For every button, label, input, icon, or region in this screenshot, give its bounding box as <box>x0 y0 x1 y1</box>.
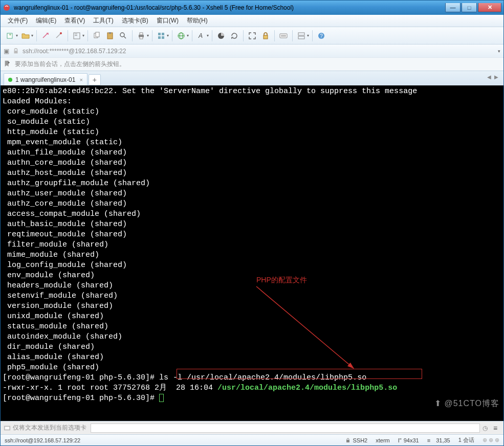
tab-prev-icon[interactable]: ◀ <box>487 74 491 80</box>
terminal-line: authz_user_module (shared) <box>3 189 501 199</box>
terminal-line: authn_core_module (shared) <box>3 158 501 168</box>
separator <box>172 30 172 41</box>
svg-rect-30 <box>298 36 304 39</box>
new-session-icon[interactable]: + <box>5 30 16 41</box>
separator <box>87 30 88 41</box>
lock-small-icon <box>12 48 19 55</box>
find-icon[interactable] <box>118 30 129 41</box>
terminal-line: auth_basic_module (shared) <box>3 219 501 230</box>
tile-icon[interactable] <box>296 30 307 41</box>
terminal-line: dir_module (shared) <box>3 342 501 352</box>
paste-icon[interactable] <box>104 30 116 41</box>
svg-rect-16 <box>158 33 161 35</box>
command-text: ls -l /usr/local/apache2.4/modules/libph… <box>159 373 366 382</box>
dropdown-icon[interactable]: ▾ <box>82 33 84 38</box>
ls-path: /usr/local/apache2.4/modules/libphp5.so <box>217 384 397 392</box>
hint-text: 要添加当前会话，点击左侧的箭头按钮。 <box>15 60 125 69</box>
terminal-line: php5_module (shared) <box>3 363 501 373</box>
svg-point-0 <box>4 5 10 11</box>
address-dropdown-icon[interactable]: ▾ <box>498 49 500 54</box>
separator <box>36 30 37 41</box>
dropdown-icon[interactable]: ▾ <box>16 33 18 38</box>
expand-icon[interactable]: ▣ <box>4 48 9 55</box>
svg-text:?: ? <box>320 33 323 39</box>
print-icon[interactable] <box>136 30 147 41</box>
status-proto: SSH2 <box>345 437 367 443</box>
dropdown-icon[interactable]: ▾ <box>187 33 189 38</box>
terminal-line: status_module (shared) <box>3 322 501 332</box>
svg-rect-19 <box>162 36 164 39</box>
menu-tab[interactable]: 选项卡(B) <box>119 15 151 26</box>
prompt: [root@wangruifeng-01 php-5.6.30]# <box>3 373 159 382</box>
send-target-icon[interactable]: ◷ <box>480 425 490 432</box>
terminal-line: log_config_module (shared) <box>3 260 501 271</box>
tab-next-icon[interactable]: ▶ <box>494 74 498 80</box>
svg-point-11 <box>120 33 124 37</box>
dropdown-icon[interactable]: ▾ <box>147 33 149 38</box>
terminal-line: version_module (shared) <box>3 301 501 311</box>
terminal-line: env_module (shared) <box>3 271 501 281</box>
minimize-button[interactable]: — <box>445 3 461 12</box>
refresh-icon[interactable] <box>229 30 240 41</box>
terminal-line: core_module (static) <box>3 107 501 117</box>
globe-icon[interactable] <box>176 30 187 41</box>
terminal-line: unixd_module (shared) <box>3 311 501 322</box>
menu-view[interactable]: 查看(V) <box>61 15 88 26</box>
prompt: [root@wangruifeng-01 php-5.6.30]# <box>3 394 159 403</box>
title-bar[interactable]: wangruifenglinux-01 - root@wangruifeng-0… <box>1 1 503 15</box>
terminal-line: access_compat_module (shared) <box>3 209 501 219</box>
svg-rect-18 <box>158 36 161 39</box>
font-icon[interactable]: A <box>195 30 207 41</box>
toolbar: +▾ ▾ ▾ ▾ ▾ ▾ A▾ ▾ ? <box>1 27 503 44</box>
terminal-line: authz_core_module (shared) <box>3 199 501 209</box>
menu-window[interactable]: 窗口(W) <box>154 15 182 26</box>
dropdown-icon[interactable]: ▾ <box>207 33 209 38</box>
dropdown-icon[interactable]: ▾ <box>167 33 169 38</box>
separator <box>132 30 133 41</box>
terminal-line: reqtimeout_module (shared) <box>3 230 501 240</box>
maximize-button[interactable]: □ <box>462 3 477 12</box>
hint-bar: 要添加当前会话，点击左侧的箭头按钮。 <box>1 58 503 71</box>
annotation-label: PHP的配置文件 <box>256 275 307 285</box>
menu-help[interactable]: 帮助(H) <box>184 15 211 26</box>
address-bar[interactable]: ▣ ssh://root:********@192.168.57.129:22 … <box>1 44 503 58</box>
status-bar: ssh://root@192.168.57.129:22 SSH2 xterm … <box>1 434 503 445</box>
terminal-line: http_module (static) <box>3 127 501 138</box>
svg-rect-6 <box>75 35 77 36</box>
svg-rect-14 <box>140 33 143 35</box>
fullscreen-icon[interactable] <box>247 30 258 41</box>
dropdown-icon[interactable]: ▾ <box>31 33 33 38</box>
bookmark-add-icon[interactable] <box>4 60 11 69</box>
color-icon[interactable] <box>215 30 227 41</box>
send-label: 仅将文本发送到当前选项卡 <box>4 423 86 432</box>
menu-tools[interactable]: 工具(T) <box>90 15 116 26</box>
session-tab[interactable]: 1 wangruifenglinux-01 × <box>4 73 87 85</box>
layout-icon[interactable] <box>156 30 167 41</box>
terminal-line: filter_module (shared) <box>3 240 501 250</box>
svg-text:A: A <box>198 32 203 39</box>
add-tab-button[interactable]: + <box>89 74 101 85</box>
dropdown-icon[interactable]: ▾ <box>307 33 309 38</box>
tab-index: 1 <box>15 76 19 83</box>
reconnect-icon[interactable] <box>40 30 51 41</box>
app-window: wangruifenglinux-01 - root@wangruifeng-0… <box>0 0 504 446</box>
status-dot-icon <box>8 78 12 82</box>
lock-icon[interactable] <box>260 30 271 41</box>
menu-edit[interactable]: 编辑(E) <box>33 15 59 26</box>
open-icon[interactable] <box>20 30 31 41</box>
address-text[interactable]: ssh://root:********@192.168.57.129:22 <box>23 48 498 55</box>
close-button[interactable]: ✕ <box>478 3 501 12</box>
help-icon[interactable]: ? <box>316 30 327 41</box>
svg-rect-5 <box>75 34 77 34</box>
copy-icon[interactable] <box>91 30 102 41</box>
properties-icon[interactable] <box>71 30 82 41</box>
terminal[interactable]: e80::2b76:ab24:ed45:bc22. Set the 'Serve… <box>1 85 503 421</box>
menu-file[interactable]: 文件(F) <box>5 15 31 26</box>
disconnect-icon[interactable] <box>53 30 64 41</box>
send-menu-icon[interactable]: ≡ <box>490 424 500 432</box>
tab-close-icon[interactable]: × <box>79 77 82 83</box>
tab-name: wangruifenglinux-01 <box>20 76 75 83</box>
svg-rect-26 <box>280 34 287 38</box>
keyboard-icon[interactable] <box>278 30 289 41</box>
send-input[interactable] <box>91 423 480 433</box>
